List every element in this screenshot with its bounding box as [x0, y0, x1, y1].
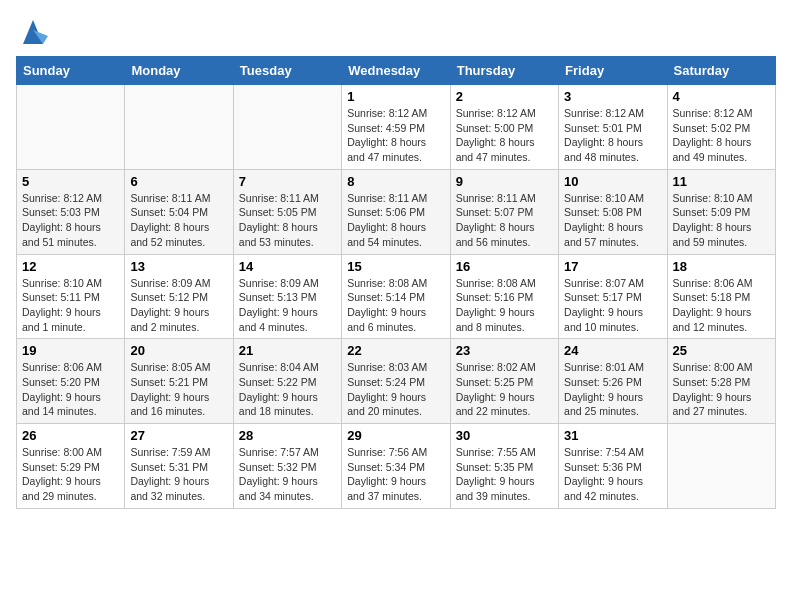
- day-number: 9: [456, 174, 553, 189]
- calendar-header-row: SundayMondayTuesdayWednesdayThursdayFrid…: [17, 57, 776, 85]
- day-number: 15: [347, 259, 444, 274]
- day-number: 29: [347, 428, 444, 443]
- calendar-day-cell: 8Sunrise: 8:11 AMSunset: 5:06 PMDaylight…: [342, 169, 450, 254]
- calendar-day-cell: 29Sunrise: 7:56 AMSunset: 5:34 PMDayligh…: [342, 424, 450, 509]
- day-info: Sunrise: 8:12 AMSunset: 5:00 PMDaylight:…: [456, 106, 553, 165]
- calendar-day-cell: 17Sunrise: 8:07 AMSunset: 5:17 PMDayligh…: [559, 254, 667, 339]
- calendar-day-cell: 19Sunrise: 8:06 AMSunset: 5:20 PMDayligh…: [17, 339, 125, 424]
- day-number: 31: [564, 428, 661, 443]
- calendar-header-wednesday: Wednesday: [342, 57, 450, 85]
- day-info: Sunrise: 8:10 AMSunset: 5:11 PMDaylight:…: [22, 276, 119, 335]
- day-info: Sunrise: 8:10 AMSunset: 5:09 PMDaylight:…: [673, 191, 770, 250]
- day-info: Sunrise: 8:08 AMSunset: 5:14 PMDaylight:…: [347, 276, 444, 335]
- day-number: 12: [22, 259, 119, 274]
- calendar-day-cell: 9Sunrise: 8:11 AMSunset: 5:07 PMDaylight…: [450, 169, 558, 254]
- calendar-day-cell: 6Sunrise: 8:11 AMSunset: 5:04 PMDaylight…: [125, 169, 233, 254]
- calendar-day-cell: [667, 424, 775, 509]
- calendar-day-cell: 15Sunrise: 8:08 AMSunset: 5:14 PMDayligh…: [342, 254, 450, 339]
- calendar-day-cell: 30Sunrise: 7:55 AMSunset: 5:35 PMDayligh…: [450, 424, 558, 509]
- calendar-day-cell: 3Sunrise: 8:12 AMSunset: 5:01 PMDaylight…: [559, 85, 667, 170]
- svg-marker-0: [23, 20, 43, 44]
- calendar-day-cell: 13Sunrise: 8:09 AMSunset: 5:12 PMDayligh…: [125, 254, 233, 339]
- day-number: 7: [239, 174, 336, 189]
- day-info: Sunrise: 7:59 AMSunset: 5:31 PMDaylight:…: [130, 445, 227, 504]
- calendar-header-friday: Friday: [559, 57, 667, 85]
- day-number: 5: [22, 174, 119, 189]
- day-number: 22: [347, 343, 444, 358]
- calendar-day-cell: 5Sunrise: 8:12 AMSunset: 5:03 PMDaylight…: [17, 169, 125, 254]
- calendar-header-monday: Monday: [125, 57, 233, 85]
- day-info: Sunrise: 7:56 AMSunset: 5:34 PMDaylight:…: [347, 445, 444, 504]
- day-number: 1: [347, 89, 444, 104]
- day-number: 21: [239, 343, 336, 358]
- day-info: Sunrise: 8:09 AMSunset: 5:12 PMDaylight:…: [130, 276, 227, 335]
- day-info: Sunrise: 8:01 AMSunset: 5:26 PMDaylight:…: [564, 360, 661, 419]
- calendar-day-cell: 7Sunrise: 8:11 AMSunset: 5:05 PMDaylight…: [233, 169, 341, 254]
- day-info: Sunrise: 8:06 AMSunset: 5:18 PMDaylight:…: [673, 276, 770, 335]
- day-number: 16: [456, 259, 553, 274]
- day-info: Sunrise: 8:08 AMSunset: 5:16 PMDaylight:…: [456, 276, 553, 335]
- day-number: 26: [22, 428, 119, 443]
- day-info: Sunrise: 8:03 AMSunset: 5:24 PMDaylight:…: [347, 360, 444, 419]
- calendar-day-cell: 16Sunrise: 8:08 AMSunset: 5:16 PMDayligh…: [450, 254, 558, 339]
- day-info: Sunrise: 8:09 AMSunset: 5:13 PMDaylight:…: [239, 276, 336, 335]
- day-info: Sunrise: 8:02 AMSunset: 5:25 PMDaylight:…: [456, 360, 553, 419]
- calendar-day-cell: 28Sunrise: 7:57 AMSunset: 5:32 PMDayligh…: [233, 424, 341, 509]
- calendar-day-cell: [17, 85, 125, 170]
- day-number: 6: [130, 174, 227, 189]
- day-number: 14: [239, 259, 336, 274]
- calendar-week-row: 12Sunrise: 8:10 AMSunset: 5:11 PMDayligh…: [17, 254, 776, 339]
- day-info: Sunrise: 8:05 AMSunset: 5:21 PMDaylight:…: [130, 360, 227, 419]
- logo: [16, 16, 48, 44]
- day-number: 28: [239, 428, 336, 443]
- calendar-header-tuesday: Tuesday: [233, 57, 341, 85]
- day-info: Sunrise: 8:00 AMSunset: 5:28 PMDaylight:…: [673, 360, 770, 419]
- day-info: Sunrise: 8:11 AMSunset: 5:04 PMDaylight:…: [130, 191, 227, 250]
- calendar-header-thursday: Thursday: [450, 57, 558, 85]
- day-number: 3: [564, 89, 661, 104]
- day-number: 4: [673, 89, 770, 104]
- day-number: 30: [456, 428, 553, 443]
- calendar-day-cell: 25Sunrise: 8:00 AMSunset: 5:28 PMDayligh…: [667, 339, 775, 424]
- calendar-day-cell: 12Sunrise: 8:10 AMSunset: 5:11 PMDayligh…: [17, 254, 125, 339]
- calendar-week-row: 5Sunrise: 8:12 AMSunset: 5:03 PMDaylight…: [17, 169, 776, 254]
- calendar-day-cell: 26Sunrise: 8:00 AMSunset: 5:29 PMDayligh…: [17, 424, 125, 509]
- day-info: Sunrise: 8:11 AMSunset: 5:05 PMDaylight:…: [239, 191, 336, 250]
- calendar-day-cell: [233, 85, 341, 170]
- day-info: Sunrise: 8:12 AMSunset: 5:03 PMDaylight:…: [22, 191, 119, 250]
- day-info: Sunrise: 7:54 AMSunset: 5:36 PMDaylight:…: [564, 445, 661, 504]
- calendar-header-sunday: Sunday: [17, 57, 125, 85]
- calendar-day-cell: 24Sunrise: 8:01 AMSunset: 5:26 PMDayligh…: [559, 339, 667, 424]
- calendar-day-cell: [125, 85, 233, 170]
- calendar-table: SundayMondayTuesdayWednesdayThursdayFrid…: [16, 56, 776, 509]
- calendar-day-cell: 1Sunrise: 8:12 AMSunset: 4:59 PMDaylight…: [342, 85, 450, 170]
- calendar-day-cell: 4Sunrise: 8:12 AMSunset: 5:02 PMDaylight…: [667, 85, 775, 170]
- day-number: 20: [130, 343, 227, 358]
- day-info: Sunrise: 8:06 AMSunset: 5:20 PMDaylight:…: [22, 360, 119, 419]
- calendar-day-cell: 20Sunrise: 8:05 AMSunset: 5:21 PMDayligh…: [125, 339, 233, 424]
- day-number: 27: [130, 428, 227, 443]
- day-number: 25: [673, 343, 770, 358]
- day-number: 8: [347, 174, 444, 189]
- day-info: Sunrise: 8:00 AMSunset: 5:29 PMDaylight:…: [22, 445, 119, 504]
- day-info: Sunrise: 8:04 AMSunset: 5:22 PMDaylight:…: [239, 360, 336, 419]
- calendar-day-cell: 11Sunrise: 8:10 AMSunset: 5:09 PMDayligh…: [667, 169, 775, 254]
- day-number: 10: [564, 174, 661, 189]
- page-header: [16, 16, 776, 44]
- calendar-day-cell: 10Sunrise: 8:10 AMSunset: 5:08 PMDayligh…: [559, 169, 667, 254]
- day-number: 19: [22, 343, 119, 358]
- calendar-week-row: 26Sunrise: 8:00 AMSunset: 5:29 PMDayligh…: [17, 424, 776, 509]
- day-info: Sunrise: 8:07 AMSunset: 5:17 PMDaylight:…: [564, 276, 661, 335]
- day-number: 24: [564, 343, 661, 358]
- day-number: 17: [564, 259, 661, 274]
- day-number: 13: [130, 259, 227, 274]
- logo-icon: [18, 16, 48, 44]
- calendar-week-row: 1Sunrise: 8:12 AMSunset: 4:59 PMDaylight…: [17, 85, 776, 170]
- day-number: 2: [456, 89, 553, 104]
- day-info: Sunrise: 7:55 AMSunset: 5:35 PMDaylight:…: [456, 445, 553, 504]
- calendar-day-cell: 2Sunrise: 8:12 AMSunset: 5:00 PMDaylight…: [450, 85, 558, 170]
- day-info: Sunrise: 8:12 AMSunset: 5:02 PMDaylight:…: [673, 106, 770, 165]
- day-number: 23: [456, 343, 553, 358]
- calendar-day-cell: 23Sunrise: 8:02 AMSunset: 5:25 PMDayligh…: [450, 339, 558, 424]
- day-info: Sunrise: 8:11 AMSunset: 5:06 PMDaylight:…: [347, 191, 444, 250]
